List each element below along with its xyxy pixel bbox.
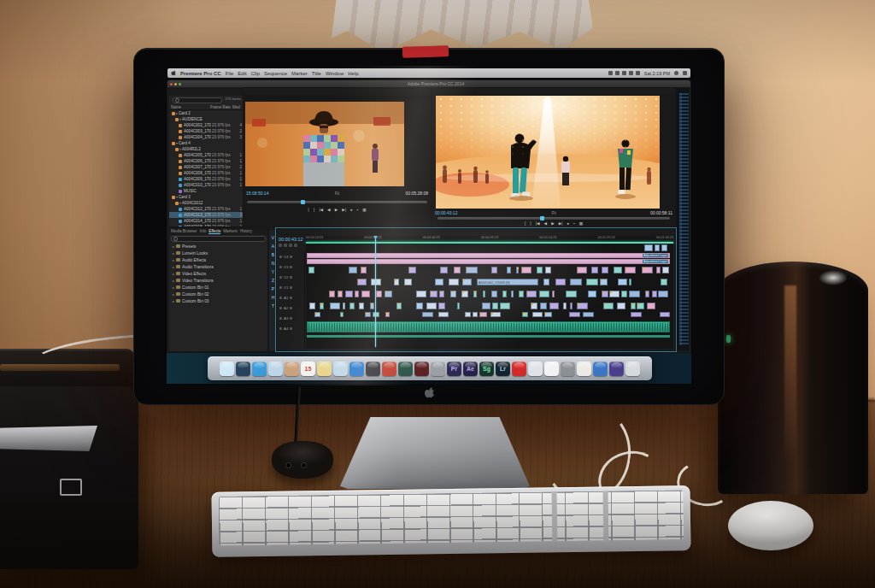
track-header[interactable]: V2	[277, 272, 304, 282]
timeline-clip[interactable]	[658, 291, 668, 297]
project-row[interactable]: MUSIC	[169, 188, 243, 194]
timeline-clip[interactable]	[461, 291, 468, 297]
transport-button[interactable]: ▶	[551, 221, 555, 226]
timeline-clip[interactable]	[537, 267, 543, 273]
timeline-clip[interactable]	[522, 312, 528, 317]
project-row[interactable]: ▾ AUDIENCE	[169, 116, 243, 122]
project-row[interactable]: A004C008_170326 23.976 fps 1	[169, 170, 243, 176]
notification-center-icon[interactable]	[683, 71, 687, 75]
project-row[interactable]: A004C013_170326 23.976 fps 3	[169, 212, 243, 218]
project-row[interactable]: A004C006_170326 23.976 fps 1	[169, 158, 243, 164]
transport-button[interactable]: |◀	[536, 221, 540, 226]
timeline-clip[interactable]	[549, 303, 559, 309]
timeline-clip[interactable]	[430, 291, 438, 297]
project-row[interactable]: A004C009_170326 23.976 fps 1	[169, 176, 243, 182]
timeline-clip[interactable]	[373, 312, 379, 317]
menu-item[interactable]: File	[226, 71, 234, 76]
timeline-clip[interactable]	[617, 303, 625, 309]
timeline-clip[interactable]	[545, 267, 552, 273]
effects-tree-item[interactable]: ▸ Video Transitions	[169, 277, 267, 284]
transport-button[interactable]: |◀	[319, 208, 323, 212]
timeline-clip[interactable]	[473, 291, 477, 297]
project-row[interactable]: A004C002_170326 23.976 fps 4	[169, 122, 243, 128]
timeline-clip[interactable]	[449, 279, 460, 285]
timeline-clip[interactable]	[631, 303, 636, 309]
timeline-clip[interactable]	[583, 312, 595, 317]
menu-item[interactable]: Window	[326, 71, 344, 76]
timeline-clip[interactable]	[308, 267, 314, 273]
timeline-clip[interactable]	[361, 267, 367, 273]
audio-clip-thin[interactable]	[307, 335, 670, 338]
timeline-clip[interactable]	[416, 291, 426, 297]
track-header[interactable]: A1	[277, 292, 304, 303]
project-row[interactable]: ▾ A004C0012	[169, 200, 243, 206]
track-header[interactable]: A3	[277, 313, 304, 323]
project-row[interactable]: A004C003_170326 23.976 fps 2	[169, 128, 243, 134]
track-header[interactable]: V4	[277, 251, 304, 262]
timeline-clip[interactable]	[490, 312, 501, 317]
timeline-clip[interactable]	[314, 312, 320, 317]
timeline-clip[interactable]	[577, 267, 588, 273]
timeline-clip[interactable]	[629, 279, 632, 285]
project-row[interactable]: A004C014_170326 23.976 fps 1	[169, 218, 243, 224]
timeline-clip[interactable]	[591, 267, 598, 273]
timeline-clip[interactable]	[552, 291, 555, 297]
timeline-clip[interactable]	[570, 303, 573, 309]
project-row[interactable]: A004C010_170326 23.976 fps 1	[169, 182, 243, 188]
project-row[interactable]: ▸ Card 2	[169, 110, 243, 116]
timeline-clip[interactable]	[492, 303, 498, 309]
effects-panel-tab[interactable]: Effects	[208, 229, 220, 234]
timeline-clip[interactable]	[621, 291, 627, 297]
track-header[interactable]: V3	[277, 262, 304, 272]
timeline-clip[interactable]	[637, 303, 644, 309]
timeline-clip[interactable]	[338, 291, 343, 297]
timeline-clip[interactable]	[359, 303, 364, 309]
project-search-input[interactable]	[173, 97, 222, 103]
project-row[interactable]: A004C005_170326 23.976 fps 1	[169, 152, 243, 158]
dock-icon[interactable]	[317, 362, 332, 376]
timeline-clip[interactable]	[521, 267, 531, 273]
timeline-clip[interactable]	[355, 291, 360, 297]
effects-panel-tab[interactable]: Media Browser	[171, 229, 197, 234]
transport-button[interactable]: ▶|	[559, 221, 563, 226]
dock-icon[interactable]	[366, 362, 380, 376]
timeline-clip[interactable]	[438, 312, 449, 317]
timeline-clip[interactable]	[531, 303, 538, 309]
timeline-clip[interactable]	[661, 279, 667, 285]
timeline-clip[interactable]	[370, 303, 375, 309]
timeline-clip[interactable]	[438, 303, 444, 309]
dock-icon[interactable]	[625, 362, 640, 376]
timeline-clip[interactable]	[631, 312, 642, 317]
transport-button[interactable]: {	[308, 208, 309, 212]
timeline-clip[interactable]	[361, 291, 371, 297]
timeline-clip[interactable]	[511, 291, 514, 297]
dock-icon[interactable]	[528, 362, 543, 376]
timeline-clip-labeled[interactable]: A004C002_170326 [V]	[477, 279, 538, 285]
dock-icon[interactable]	[431, 362, 445, 376]
effects-tree-item[interactable]: ▸ Audio Effects	[169, 256, 267, 263]
timeline-clip[interactable]	[570, 279, 582, 285]
timeline-clip[interactable]	[365, 312, 372, 317]
timeline-clip[interactable]	[532, 312, 543, 317]
timeline-clip[interactable]	[330, 303, 340, 309]
timeline-clip[interactable]	[625, 267, 636, 273]
timeline-clip[interactable]	[516, 267, 520, 273]
dock-icon[interactable]	[333, 362, 348, 376]
effects-tree-item[interactable]: ▸ Presets	[169, 243, 267, 250]
dock-icon[interactable]	[252, 362, 267, 376]
timeline-clip[interactable]	[454, 267, 461, 273]
timeline-clip[interactable]	[569, 312, 580, 317]
timeline-clip[interactable]	[462, 279, 472, 285]
transport-button[interactable]: }	[530, 221, 531, 226]
timeline-clip[interactable]	[466, 267, 478, 273]
timeline-clip[interactable]	[404, 279, 412, 285]
timeline-clip[interactable]	[340, 312, 344, 317]
menu-item[interactable]: Help	[348, 71, 358, 76]
menu-item[interactable]: Sequence	[264, 71, 287, 76]
dock-icon[interactable]: Lr	[496, 362, 510, 376]
timeline-clip[interactable]	[450, 291, 456, 297]
menu-item[interactable]: Marker	[291, 71, 308, 76]
timeline-clip[interactable]	[602, 267, 609, 273]
timeline-clip[interactable]	[588, 291, 597, 297]
timeline-clip[interactable]	[408, 267, 416, 273]
